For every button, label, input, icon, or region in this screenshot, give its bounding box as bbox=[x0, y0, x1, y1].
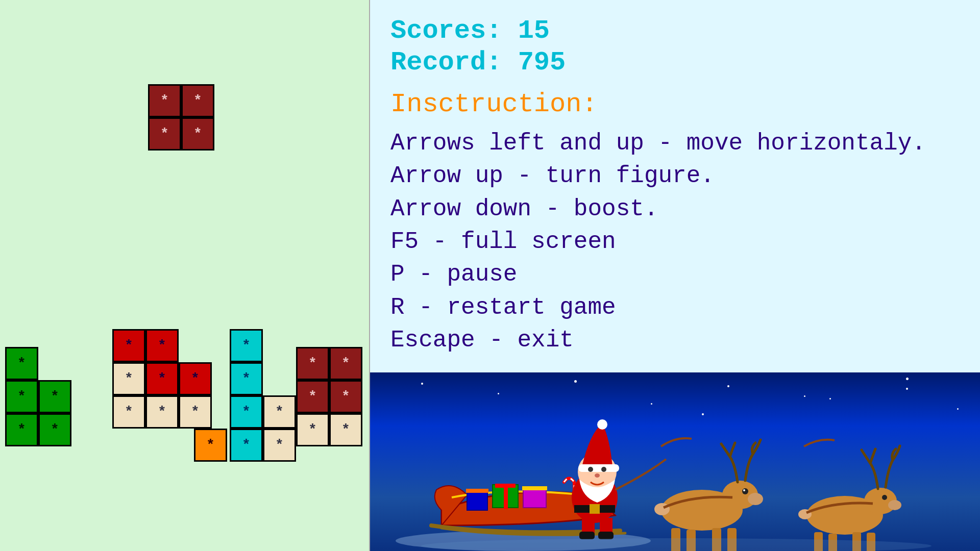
svg-rect-17 bbox=[582, 518, 595, 533]
block-b3: * bbox=[145, 395, 179, 429]
svg-point-13 bbox=[597, 419, 607, 430]
svg-point-38 bbox=[882, 495, 887, 500]
block-r2: * bbox=[145, 329, 179, 362]
block-br: * bbox=[181, 117, 214, 151]
block-r1: * bbox=[112, 329, 145, 362]
block-g3: * bbox=[5, 413, 38, 446]
scores-display: Scores: 15 bbox=[390, 15, 960, 47]
block-be3: * bbox=[296, 413, 329, 446]
svg-point-16 bbox=[595, 473, 600, 478]
block-dr3: * bbox=[296, 380, 329, 413]
block-be4: * bbox=[329, 413, 362, 446]
block-dr1: * bbox=[296, 347, 329, 380]
block-g1: * bbox=[5, 347, 38, 380]
instruction-line-6: R - restart game bbox=[390, 291, 960, 324]
svg-rect-18 bbox=[600, 518, 612, 533]
record-display: Record: 795 bbox=[390, 47, 960, 79]
christmas-panel bbox=[370, 372, 980, 551]
instruction-line-4: F5 - full screen bbox=[390, 226, 960, 258]
block-b4: * bbox=[179, 395, 212, 429]
block-c4: * bbox=[230, 429, 263, 462]
block-g5: * bbox=[38, 413, 71, 446]
instruction-line-1: Arrows left and up - move horizontaly. bbox=[390, 127, 960, 160]
svg-point-37 bbox=[888, 500, 901, 510]
block-tr: * bbox=[181, 84, 214, 117]
info-panel: Scores: 15 Record: 795 Insctruction: Arr… bbox=[370, 0, 980, 372]
svg-rect-19 bbox=[579, 532, 595, 539]
block-dr4: * bbox=[329, 380, 362, 413]
block-tl: * bbox=[148, 84, 181, 117]
svg-rect-10 bbox=[590, 504, 600, 514]
block-r4: * bbox=[179, 362, 212, 395]
game-board: * * * * * * * * * * * * * * * * * * * * … bbox=[0, 0, 370, 551]
instruction-line-5: P - pause bbox=[390, 258, 960, 291]
block-g2: * bbox=[5, 380, 38, 413]
svg-point-24 bbox=[742, 488, 748, 494]
block-c2: * bbox=[230, 362, 263, 395]
instruction-line-2: Arrow up - turn figure. bbox=[390, 160, 960, 192]
instruction-line-3: Arrow down - boost. bbox=[390, 193, 960, 226]
block-r3: * bbox=[145, 362, 179, 395]
block-dr2: * bbox=[329, 347, 362, 380]
instructions-body: Arrows left and up - move horizontaly. A… bbox=[390, 127, 960, 357]
svg-rect-20 bbox=[598, 532, 614, 539]
block-c1: * bbox=[230, 329, 263, 362]
block-be2: * bbox=[263, 429, 296, 462]
block-g4: * bbox=[38, 380, 71, 413]
block-be1: * bbox=[263, 395, 296, 429]
svg-point-23 bbox=[748, 493, 763, 505]
svg-rect-3 bbox=[504, 484, 508, 509]
instruction-header: Insctruction: bbox=[390, 89, 960, 119]
block-o1: * bbox=[194, 429, 227, 462]
block-b2: * bbox=[112, 395, 145, 429]
block-bl: * bbox=[148, 117, 181, 151]
santa-scene bbox=[370, 372, 980, 551]
svg-rect-5 bbox=[522, 486, 547, 490]
svg-point-14 bbox=[588, 467, 593, 472]
svg-rect-12 bbox=[578, 464, 619, 472]
svg-rect-7 bbox=[466, 489, 488, 493]
svg-point-25 bbox=[743, 489, 745, 491]
right-panel: Scores: 15 Record: 795 Insctruction: Arr… bbox=[370, 0, 980, 551]
svg-point-15 bbox=[601, 467, 606, 472]
block-c3: * bbox=[230, 395, 263, 429]
instruction-line-7: Escape - exit bbox=[390, 324, 960, 357]
block-b1: * bbox=[112, 362, 145, 395]
